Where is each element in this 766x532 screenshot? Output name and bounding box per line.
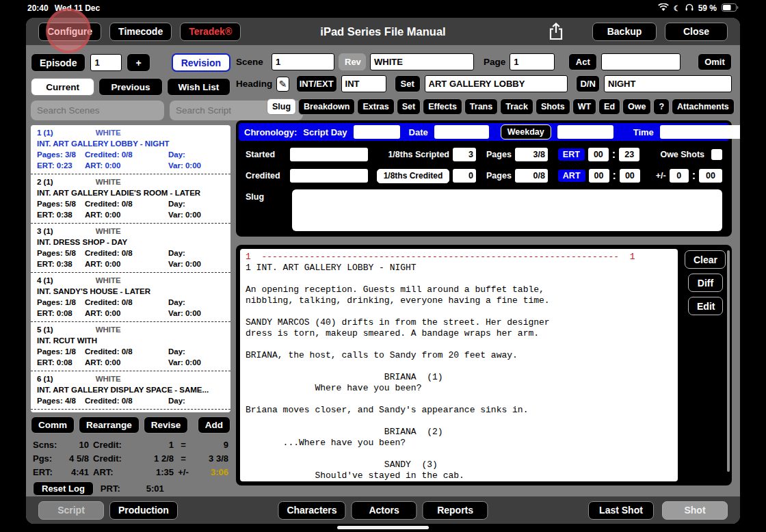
scene-title: INT. ART GALLERY LADIE'S ROOM - LATER [37, 187, 224, 198]
close-button[interactable]: Close [665, 23, 728, 41]
comm-button[interactable]: Comm [31, 416, 75, 434]
characters-button[interactable]: Characters [278, 501, 345, 520]
art-hours-input[interactable] [589, 169, 609, 183]
ert-minutes-input[interactable] [619, 148, 639, 161]
day-night-button[interactable]: D/N [576, 75, 600, 92]
detail-tab-shots[interactable]: Shots [536, 98, 570, 115]
share-icon[interactable] [546, 22, 566, 41]
slug-textarea[interactable] [292, 189, 722, 231]
omit-button[interactable]: Omit [698, 53, 732, 70]
eighths-credited-input[interactable] [453, 169, 476, 183]
scene-day: Day: [168, 297, 224, 308]
heading-edit-icon[interactable]: ✎ [276, 77, 289, 92]
scene-var: Var: 0:00 [168, 209, 224, 220]
scene-number-input[interactable] [272, 53, 334, 70]
detail-tab-ed[interactable]: Ed [598, 98, 620, 115]
last-shot-button[interactable]: Last Shot [588, 501, 654, 520]
detail-tab-attachments[interactable]: Attachments [672, 98, 735, 115]
art-minutes-input[interactable] [620, 169, 640, 183]
detail-tab-wt[interactable]: WT [572, 98, 596, 115]
scene-color-input[interactable] [370, 53, 474, 70]
act-button[interactable]: Act [568, 53, 597, 70]
time-input[interactable] [660, 125, 740, 139]
shot-button[interactable]: Shot [662, 501, 728, 520]
heading-label: Heading [236, 79, 272, 89]
timecode-button[interactable]: Timecode [109, 23, 172, 41]
diff-button[interactable]: Diff [688, 274, 723, 292]
production-tab-button[interactable]: Production [109, 501, 178, 520]
totals-value: 1 [129, 440, 174, 450]
owe-shots-checkbox[interactable] [711, 149, 722, 160]
ert-hours-input[interactable] [588, 148, 609, 161]
teradek-button[interactable]: Teradek® [180, 23, 241, 41]
totals-label: Credit: [89, 440, 129, 450]
script-day-input[interactable] [354, 125, 400, 139]
set-button[interactable]: Set [395, 75, 421, 92]
backup-button[interactable]: Backup [592, 23, 657, 41]
totals-scenes-row: Scns: 10 Credit: 1 = 9 [33, 438, 228, 451]
rearrange-button[interactable]: Rearrange [79, 416, 140, 434]
edit-button[interactable]: Edit [688, 297, 723, 315]
sidebar-tabs: CurrentPreviousWish List [31, 78, 230, 96]
plus-minus-minutes-input[interactable] [699, 169, 722, 183]
script-scrollbar[interactable] [727, 250, 730, 472]
detail-tab-trans[interactable]: Trans [464, 98, 498, 115]
sidebar-tab-current[interactable]: Current [31, 78, 94, 96]
search-scenes-input[interactable] [31, 101, 164, 120]
script-text[interactable]: 1 INT. ART GALLERY LOBBY - NIGHT An open… [240, 263, 678, 481]
reset-log-button[interactable]: Reset Log [33, 481, 94, 496]
episode-number-input[interactable] [90, 54, 122, 71]
detail-tab-track[interactable]: Track [500, 98, 533, 115]
reports-button[interactable]: Reports [423, 501, 488, 520]
scene-list-item[interactable]: 5 (1)WHITEINT. RCUT WITHPages: 1/8Credit… [31, 322, 230, 371]
weekday-input[interactable] [557, 125, 613, 139]
eighths-scripted-input[interactable] [453, 148, 476, 161]
sidebar: Episode + Revision CurrentPreviousWish L… [31, 45, 230, 496]
started-input[interactable] [290, 148, 368, 161]
home-indicator[interactable] [337, 526, 429, 529]
page-number-input[interactable] [510, 53, 555, 70]
scene-list-item[interactable]: 6 (1)WHITEINT. ART GALLERY DISPLAY SPACE… [31, 371, 230, 410]
pages-scripted-input[interactable] [515, 148, 548, 161]
clear-button[interactable]: Clear [685, 250, 726, 269]
add-episode-button[interactable]: + [127, 53, 150, 72]
scene-credited: Credited: 0/8 [85, 395, 168, 406]
script-page: 1 --------------------------------------… [240, 249, 678, 481]
detail-tab-owe[interactable]: Owe [622, 98, 651, 115]
detail-tab-set[interactable]: Set [397, 98, 421, 115]
int-ext-input[interactable] [341, 75, 386, 92]
pages-credited-input[interactable] [515, 169, 548, 183]
act-input[interactable] [601, 53, 681, 70]
heading-row: Heading ✎ INT/EXT Set D/N [236, 75, 732, 92]
configure-button[interactable]: Configure [38, 23, 101, 41]
detail-tab--[interactable]: ? [653, 98, 670, 115]
script-tab-button[interactable]: Script [38, 501, 104, 520]
scene-list-item[interactable]: 3 (1)WHITEINT. DRESS SHOP - DAYPages: 5/… [31, 224, 230, 273]
int-ext-button[interactable]: INT/EXT [296, 75, 337, 92]
add-scene-button[interactable]: Add [198, 416, 230, 434]
scene-number: 5 (1) [37, 324, 53, 335]
date-input[interactable] [434, 125, 489, 139]
scene-list-item[interactable]: 1 (1)WHITEINT. ART GALLERY LOBBY - NIGHT… [31, 125, 230, 174]
detail-tab-breakdown[interactable]: Breakdown [298, 98, 355, 115]
rev-button[interactable]: Rev [339, 53, 366, 70]
scene-list-item[interactable]: 4 (1)WHITEINT. SANDY'S HOUSE - LATERPage… [31, 273, 230, 322]
weekday-button[interactable]: Weekday [501, 124, 551, 139]
episode-button[interactable]: Episode [31, 53, 85, 72]
credited-input[interactable] [290, 169, 368, 183]
revision-button[interactable]: Revision [172, 53, 230, 72]
set-input[interactable] [425, 75, 568, 92]
actors-button[interactable]: Actors [352, 501, 417, 520]
scene-list-item[interactable]: 2 (1)WHITEINT. ART GALLERY LADIE'S ROOM … [31, 174, 230, 224]
detail-tab-extras[interactable]: Extras [357, 98, 394, 115]
scene-art: ART: 0:00 [85, 308, 168, 319]
sidebar-tab-previous[interactable]: Previous [98, 78, 162, 96]
revise-button[interactable]: Revise [144, 416, 189, 434]
day-night-input[interactable] [604, 75, 732, 92]
battery-icon [722, 3, 739, 14]
detail-tab-slug[interactable]: Slug [267, 98, 296, 115]
detail-tab-effects[interactable]: Effects [423, 98, 462, 115]
plus-minus-hours-input[interactable] [670, 169, 689, 183]
eighths-credited-button[interactable]: 1/8ths Credited [377, 169, 449, 183]
sidebar-tab-wish-list[interactable]: Wish List [167, 78, 230, 96]
